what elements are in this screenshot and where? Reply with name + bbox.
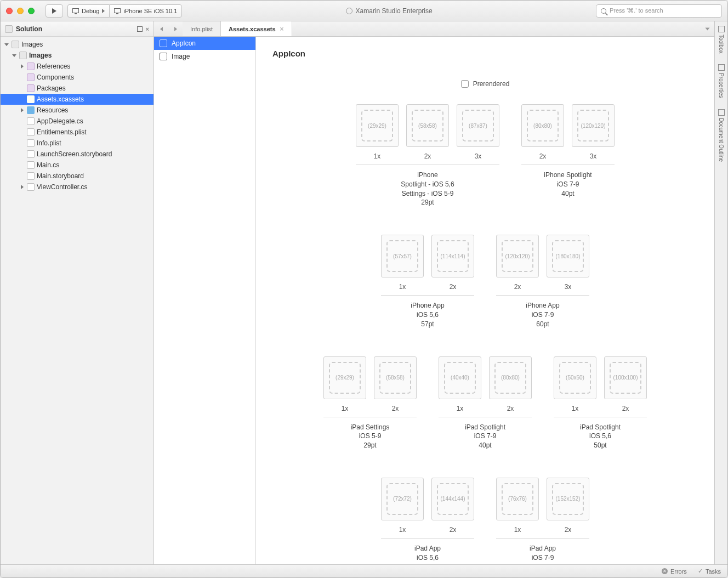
icon-slot[interactable]: (80x80)2x [489, 356, 532, 412]
icon-slot[interactable]: (80x80)2x [521, 104, 564, 160]
chevron-down-icon [705, 27, 709, 30]
zoom-window-button[interactable] [28, 8, 35, 14]
icon-group-iphone-spotlight-56: (29x29)1x(58x58)2x(87x87)3xiPhoneSpotlig… [356, 104, 499, 207]
tree-assets-xcassets[interactable]: Assets.xcassets [1, 94, 153, 105]
icon-slot[interactable]: (40x40)1x [439, 356, 481, 412]
icon-slot[interactable]: (87x87)3x [457, 104, 499, 160]
close-window-button[interactable] [6, 8, 13, 14]
nav-forward-button[interactable] [168, 21, 183, 37]
slot-dropzone[interactable]: (76x76) [502, 483, 533, 515]
search-icon [601, 8, 606, 14]
tree-entitlements[interactable]: Entitlements.plist [1, 127, 153, 138]
tree-label: Main.cs [37, 161, 59, 169]
icon-group-iphone-spotlight-79: (80x80)2x(120x120)3xiPhone SpotlightiOS … [521, 104, 615, 207]
icon-slot[interactable]: (50x50)1x [554, 356, 596, 412]
global-search-input[interactable]: Press '⌘.' to search [596, 4, 722, 18]
slot-dropzone[interactable]: (29x29) [329, 362, 361, 394]
rail-properties[interactable]: Properties [718, 64, 725, 98]
asset-row-appicon[interactable]: AppIcon [154, 37, 255, 50]
tab-overflow-button[interactable] [700, 21, 714, 37]
slot-dropzone[interactable]: (120x120) [502, 240, 533, 272]
rail-document-outline[interactable]: Document Outline [718, 109, 725, 162]
run-button[interactable] [46, 4, 63, 18]
prerendered-checkbox[interactable] [461, 80, 469, 88]
icon-slot[interactable]: (120x120)2x [496, 235, 539, 291]
icon-slot[interactable]: (100x100)2x [604, 356, 647, 412]
tab-close-button[interactable]: × [280, 25, 284, 33]
tree-maincs[interactable]: Main.cs [1, 160, 153, 171]
tree-resources[interactable]: Resources [1, 105, 153, 116]
slot-dropzone[interactable]: (87x87) [462, 110, 494, 141]
tree-viewcontroller[interactable]: ViewController.cs [1, 182, 153, 192]
slot-dropzone[interactable]: (58x58) [412, 110, 443, 141]
icon-slot[interactable]: (144x144)2x [431, 478, 474, 534]
project-icon [19, 52, 27, 59]
tree-label: Components [37, 73, 74, 81]
tree-infoplist[interactable]: Info.plist [1, 138, 153, 149]
target-selector[interactable]: iPhone SE iOS 10.1 [109, 4, 182, 18]
pad-dock-button[interactable] [137, 26, 143, 32]
window-controls [6, 8, 35, 14]
icon-slot[interactable]: (72x72)1x [381, 478, 424, 534]
icon-slot[interactable]: (29x29)1x [356, 104, 399, 160]
icon-slot[interactable]: (29x29)1x [323, 356, 366, 412]
slot-dropzone[interactable]: (57x57) [386, 240, 418, 272]
group-caption: iPhoneSpotlight - iOS 5,6Settings - iOS … [401, 171, 454, 207]
tree-references[interactable]: References [1, 61, 153, 72]
icon-slot[interactable]: (120x120)3x [572, 104, 615, 160]
pad-close-button[interactable]: × [146, 26, 149, 32]
slot-dropzone[interactable]: (114x114) [437, 240, 469, 272]
slot-dropzone[interactable]: (120x120) [577, 110, 609, 141]
icon-slot[interactable]: (180x180)3x [547, 235, 589, 291]
slot-dropzone[interactable]: (152x152) [552, 483, 584, 515]
tree-packages[interactable]: Packages [1, 83, 153, 94]
window-title: Xamarin Studio Enterprise [186, 7, 592, 15]
tree-components[interactable]: Components [1, 72, 153, 83]
scale-label: 1x [572, 405, 579, 412]
asset-row-image[interactable]: Image [154, 50, 255, 63]
icon-slot[interactable]: (58x58)2x [374, 356, 417, 412]
icon-slot[interactable]: (57x57)1x [381, 235, 424, 291]
slot-dropzone[interactable]: (100x100) [610, 362, 641, 394]
slot-dropzone[interactable]: (29x29) [361, 110, 393, 141]
scale-label: 2x [450, 526, 457, 534]
icon-slot[interactable]: (152x152)2x [547, 478, 589, 534]
solution-pad-title: Solution [16, 25, 42, 33]
icon-group-ipad-spotlight-79: (40x40)1x(80x80)2xiPad SpotlightiOS 7-94… [439, 356, 532, 450]
icon-slot[interactable]: (114x114)2x [431, 235, 474, 291]
slot-dropzone[interactable]: (180x180) [552, 240, 584, 272]
slot-dropzone[interactable]: (80x80) [527, 110, 559, 141]
slot-dropzone[interactable]: (50x50) [559, 362, 591, 394]
prerendered-label: Prerendered [473, 80, 510, 88]
solution-tree[interactable]: Images Images References Components Pack [1, 37, 153, 564]
rail-toolbox[interactable]: Toolbox [718, 26, 725, 53]
group-caption: iPad AppiOS 7-976pt [530, 544, 556, 564]
slot-dropzone[interactable]: (40x40) [444, 362, 476, 394]
tree-appdelegate[interactable]: AppDelegate.cs [1, 116, 153, 127]
minimize-window-button[interactable] [17, 8, 24, 14]
nav-back-button[interactable] [154, 21, 168, 37]
configuration-selector[interactable]: Debug [67, 4, 109, 18]
status-errors[interactable]: ✕ Errors [662, 568, 687, 575]
tree-label: Main.storyboard [37, 172, 84, 180]
slot-dropzone[interactable]: (72x72) [386, 483, 418, 515]
tree-launchscreen[interactable]: LaunchScreen.storyboard [1, 149, 153, 160]
icon-slot[interactable]: (76x76)1x [496, 478, 539, 534]
slot-dropzone[interactable]: (80x80) [494, 362, 526, 394]
slot-dropzone[interactable]: (144x144) [437, 483, 469, 515]
folder-icon [27, 106, 35, 114]
slot-dropzone[interactable]: (58x58) [379, 362, 411, 394]
scale-label: 3x [475, 152, 482, 160]
file-icon [27, 183, 35, 191]
icon-slot[interactable]: (58x58)2x [406, 104, 449, 160]
document-tab-bar: Info.plist Assets.xcassets × [154, 21, 714, 37]
scale-label: 2x [514, 283, 521, 291]
tab-info-plist[interactable]: Info.plist [183, 21, 221, 36]
status-tasks[interactable]: ✓ Tasks [698, 568, 721, 575]
tree-project[interactable]: Images [1, 50, 153, 61]
target-label: iPhone SE iOS 10.1 [123, 8, 177, 14]
tree-solution-root[interactable]: Images [1, 39, 153, 50]
tab-assets-xcassets[interactable]: Assets.xcassets × [221, 21, 292, 36]
tree-mainstoryboard[interactable]: Main.storyboard [1, 171, 153, 182]
scale-label: 1x [374, 152, 381, 160]
